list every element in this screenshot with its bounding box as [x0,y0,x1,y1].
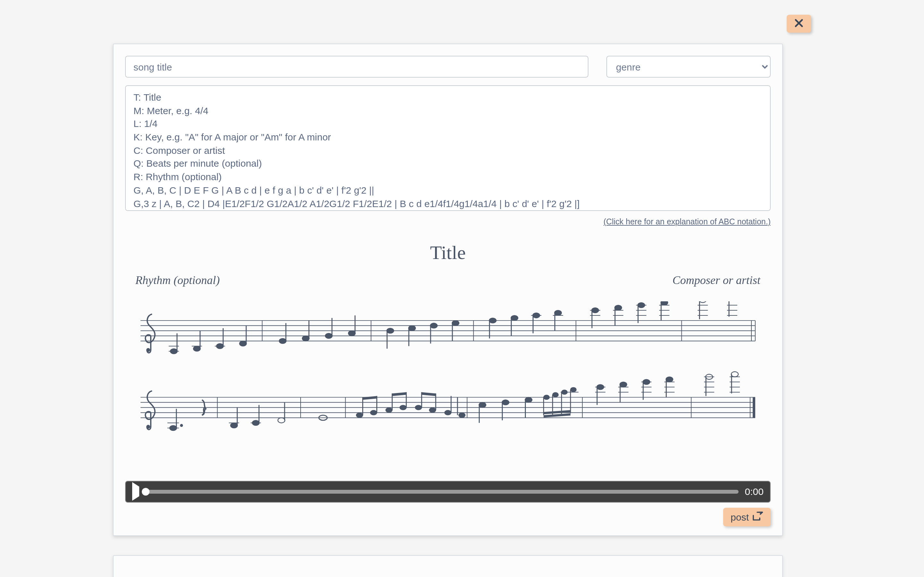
post-button[interactable]: post [723,508,771,526]
close-button[interactable] [787,15,811,33]
svg-point-134 [502,400,509,405]
svg-point-101 [230,423,237,428]
svg-point-121 [429,408,436,412]
next-card-peek [113,555,783,577]
svg-point-126 [459,413,465,417]
svg-point-48 [554,310,561,316]
player-seek-thumb[interactable] [142,488,150,495]
svg-point-23 [239,341,246,346]
svg-point-15 [170,349,178,354]
compose-card: genre (Click here for an explanation of … [113,44,783,536]
svg-point-25 [279,338,286,343]
svg-point-5 [147,348,150,351]
svg-point-99 [180,424,183,427]
svg-point-114 [386,408,392,412]
svg-marker-113 [363,396,377,400]
player-seek-track[interactable] [145,490,738,493]
abc-help-link[interactable]: (Click here for an explanation of ABC no… [125,218,771,226]
svg-point-43 [511,316,518,321]
svg-point-29 [325,334,333,338]
svg-point-154 [620,382,627,387]
svg-point-21 [216,343,224,349]
svg-point-138 [543,395,549,400]
svg-point-109 [357,413,363,417]
svg-point-35 [409,326,415,331]
player-time: 0:00 [745,486,764,497]
svg-point-37 [430,323,437,328]
svg-marker-123 [422,392,436,396]
svg-point-31 [349,331,355,336]
svg-point-104 [252,420,259,425]
svg-point-119 [415,405,422,410]
svg-point-64 [661,301,668,305]
score-subheader: Rhythm (optional) Composer or artist [134,274,762,287]
play-icon [132,482,139,501]
svg-point-39 [452,321,459,326]
svg-point-124 [445,410,451,415]
svg-point-33 [387,328,394,334]
svg-point-55 [615,305,622,310]
score-preview: Title Rhythm (optional) Composer or arti… [125,242,771,458]
svg-point-163 [666,377,673,382]
svg-point-97 [170,425,177,430]
score-rhythm-label: Rhythm (optional) [136,274,220,287]
svg-rect-94 [753,397,755,418]
score-staves [134,301,762,455]
header-row: genre [125,56,771,77]
play-button[interactable] [132,487,139,496]
svg-point-111 [371,410,377,415]
svg-point-116 [400,405,406,410]
score-composer-label: Composer or artist [672,274,760,287]
genre-select[interactable]: genre [606,56,771,77]
svg-point-174 [731,372,738,377]
song-title-input[interactable] [125,56,588,77]
svg-point-145 [570,388,576,392]
svg-point-69 [699,301,706,303]
abc-notation-textarea[interactable] [125,85,771,211]
svg-point-136 [525,397,532,402]
svg-marker-118 [392,392,406,396]
svg-point-86 [147,425,150,428]
svg-point-106 [278,418,285,423]
svg-point-18 [194,346,200,351]
close-icon [795,17,803,31]
post-button-label: post [730,511,749,522]
svg-point-27 [302,336,309,341]
share-icon [753,511,763,522]
svg-point-132 [479,402,486,408]
audio-player: 0:00 [125,480,771,502]
svg-point-140 [552,393,558,397]
svg-point-41 [489,318,496,323]
score-title: Title [134,242,762,263]
